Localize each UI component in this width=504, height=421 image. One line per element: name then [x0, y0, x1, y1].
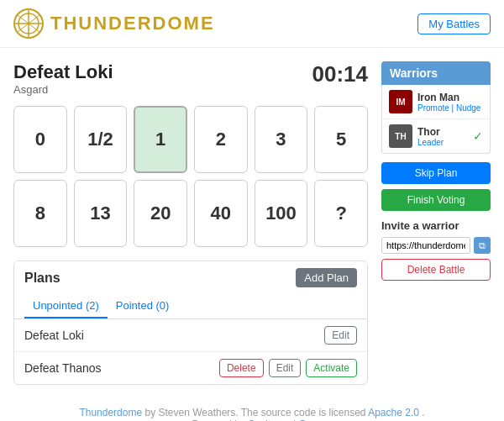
plan-name-defeat-thanos: Defeat Thanos — [24, 361, 102, 375]
footer-license-link[interactable]: Apache 2.0 — [368, 407, 419, 418]
plans-section: Plans Add Plan Unpointed (2) Pointed (0)… — [13, 260, 368, 385]
edit-plan-loki-button[interactable]: Edit — [324, 326, 357, 345]
warrior-info-thor: Thor Leader — [417, 126, 468, 147]
activate-plan-thanos-button[interactable]: Activate — [306, 359, 357, 377]
copy-icon: ⧉ — [479, 240, 486, 250]
card-13[interactable]: 13 — [74, 180, 128, 247]
skip-plan-button[interactable]: Skip Plan — [381, 162, 491, 184]
warrior-info-ironman: Iron Man Promote | Nudge — [417, 92, 483, 113]
main-content: Defeat Loki Asgard 00:14 0 1/2 1 2 3 5 8… — [0, 48, 504, 398]
tab-unpointed[interactable]: Unpointed (2) — [24, 294, 108, 318]
warrior-item-thor: TH Thor Leader ✓ — [382, 119, 490, 153]
warrior-name-ironman: Iron Man — [417, 92, 483, 103]
footer: Thunderdome by Steven Weathers. The sour… — [0, 398, 504, 421]
card-2[interactable]: 2 — [194, 106, 248, 173]
logo-area: THUNDERDOME — [13, 8, 215, 39]
card-3[interactable]: 3 — [255, 106, 308, 173]
footer-thunderdome-link[interactable]: Thunderdome — [79, 407, 142, 418]
plan-item-defeat-loki: Defeat Loki Edit — [14, 319, 367, 352]
delete-plan-thanos-button[interactable]: Delete — [219, 359, 264, 377]
invite-section: Invite a warrior ⧉ Delete Battle — [381, 219, 491, 281]
invite-url-input[interactable] — [381, 237, 470, 254]
my-battles-button[interactable]: My Battles — [417, 13, 491, 34]
card-40[interactable]: 40 — [194, 180, 248, 247]
card-100[interactable]: 100 — [255, 180, 308, 247]
plans-title: Plans — [24, 271, 60, 286]
warrior-name-thor: Thor — [417, 126, 468, 138]
warrior-avatar-ironman: IM — [389, 90, 412, 113]
plan-item-defeat-thanos: Defeat Thanos Delete Edit Activate — [14, 352, 367, 384]
battle-timer: 00:14 — [312, 61, 369, 87]
invite-input-row: ⧉ — [381, 237, 491, 254]
card-1[interactable]: 1 — [134, 106, 187, 173]
card-grid: 0 1/2 1 2 3 5 8 13 20 40 100 ? — [13, 106, 368, 247]
battle-subtitle: Asgard — [13, 83, 113, 96]
delete-battle-button[interactable]: Delete Battle — [381, 259, 491, 281]
tab-pointed[interactable]: Pointed (0) — [108, 294, 178, 318]
card-question[interactable]: ? — [314, 180, 368, 247]
card-5[interactable]: 5 — [314, 106, 368, 173]
warriors-title: Warriors — [381, 61, 491, 85]
battle-header: Defeat Loki Asgard 00:14 — [13, 61, 368, 96]
add-plan-button[interactable]: Add Plan — [296, 268, 357, 287]
warrior-voted-check-thor: ✓ — [473, 129, 483, 143]
invite-copy-button[interactable]: ⧉ — [474, 237, 491, 254]
warrior-list: IM Iron Man Promote | Nudge TH Thor Lead… — [381, 85, 491, 154]
footer-text-2: . — [422, 407, 424, 418]
logo-icon — [13, 8, 44, 39]
plan-actions-defeat-loki: Edit — [324, 326, 357, 345]
left-panel: Defeat Loki Asgard 00:14 0 1/2 1 2 3 5 8… — [13, 61, 368, 385]
plans-tabs: Unpointed (2) Pointed (0) — [14, 294, 367, 319]
warrior-role-ironman: Promote | Nudge — [417, 103, 483, 113]
plans-header: Plans Add Plan — [14, 261, 367, 294]
battle-info: Defeat Loki Asgard — [13, 61, 113, 96]
edit-plan-thanos-button[interactable]: Edit — [269, 359, 302, 377]
card-0[interactable]: 0 — [13, 106, 67, 173]
plan-name-defeat-loki: Defeat Loki — [24, 329, 84, 342]
card-8[interactable]: 8 — [13, 180, 67, 247]
card-20[interactable]: 20 — [134, 180, 187, 247]
warriors-panel: Warriors IM Iron Man Promote | Nudge TH … — [381, 61, 491, 385]
card-half[interactable]: 1/2 — [74, 106, 128, 173]
warrior-avatar-thor: TH — [389, 124, 412, 148]
warrior-item-ironman: IM Iron Man Promote | Nudge — [382, 85, 490, 119]
warrior-role-thor: Leader — [417, 138, 468, 147]
plan-actions-defeat-thanos: Delete Edit Activate — [219, 359, 357, 377]
finish-voting-button[interactable]: Finish Voting — [381, 189, 491, 211]
logo-text: THUNDERDOME — [50, 13, 215, 34]
app-header: THUNDERDOME My Battles — [0, 0, 504, 48]
invite-title: Invite a warrior — [381, 219, 491, 232]
battle-title: Defeat Loki — [13, 61, 113, 83]
footer-text-1: by Steven Weathers. The source code is l… — [144, 407, 368, 418]
